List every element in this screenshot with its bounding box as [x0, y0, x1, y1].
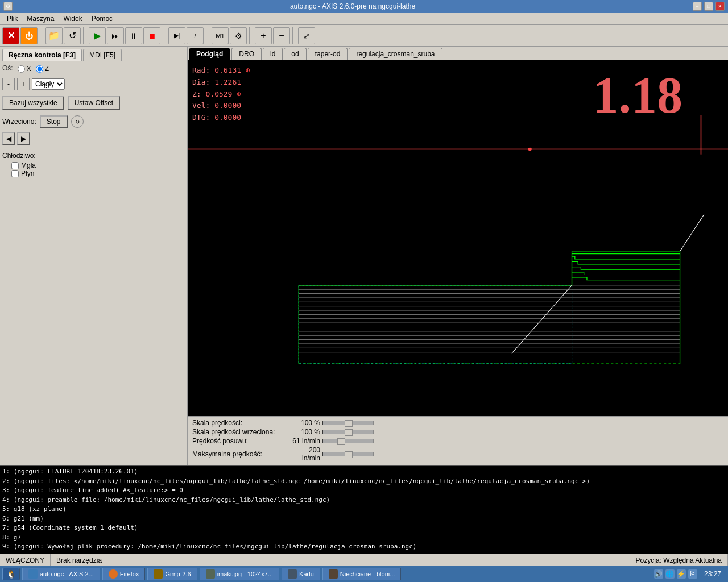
- maximize-button[interactable]: □: [704, 2, 713, 11]
- toolbar-separator-4: [206, 27, 209, 44]
- axis-x-radio[interactable]: [18, 65, 25, 73]
- jog-controls: - + Ciągły Krok: [2, 78, 185, 90]
- spindle-arrow-buttons: ◀ ▶: [2, 132, 185, 145]
- network-icon[interactable]: 🌐: [665, 569, 675, 579]
- power-button[interactable]: ⏻: [20, 27, 38, 44]
- fit-view-button[interactable]: ⤢: [298, 27, 315, 44]
- tab-mdi[interactable]: MDI [F5]: [83, 49, 122, 61]
- minimize-button[interactable]: −: [693, 2, 702, 11]
- menu-maszyna[interactable]: Maszyna: [22, 14, 59, 24]
- zoom-in-button[interactable]: +: [255, 27, 272, 44]
- speed-thumb[interactable]: [345, 420, 353, 427]
- max-speed-thumb[interactable]: [345, 451, 353, 458]
- window-icon[interactable]: ⚙: [3, 2, 13, 11]
- pause-button[interactable]: ⏸: [125, 27, 142, 44]
- taskbar-start-button[interactable]: 🐧: [2, 568, 20, 580]
- svg-line-21: [512, 285, 572, 354]
- menu-plik[interactable]: Plik: [2, 14, 22, 24]
- reload-button[interactable]: ↺: [64, 27, 81, 44]
- power-sys-icon[interactable]: ⚡: [677, 569, 686, 579]
- chlodziwo-mgla-option[interactable]: Mgła: [11, 161, 185, 169]
- taskbar-time: 23:27: [700, 570, 726, 578]
- notebook-tabs: Podgląd DRO id od taper-od regulacja_cro…: [188, 47, 728, 60]
- settings-button[interactable]: ⚙: [230, 27, 247, 44]
- menu-widok[interactable]: Widok: [59, 14, 86, 24]
- axis-label: Oś:: [2, 64, 13, 72]
- stop-toolbar-button[interactable]: ⏹: [143, 27, 160, 44]
- axis-z-option[interactable]: Z: [36, 65, 49, 73]
- taskbar-firefox-button[interactable]: Firefox: [102, 568, 146, 580]
- chlodziwo-plyn-option[interactable]: Płyn: [11, 169, 185, 177]
- console-line-5: 5: g18 (xz plane): [2, 505, 726, 514]
- taskbar-axis-button[interactable]: auto.ngc - AXIS 2...: [22, 568, 100, 580]
- console-output[interactable]: 1: (ngcgui: FEATURE 120418:23.26.01) 2: …: [0, 465, 728, 554]
- console-line-3: 3: (ngcgui: feature line added) #<_featu…: [2, 486, 726, 496]
- right-panel: Podgląd DRO id od taper-od regulacja_cro…: [188, 47, 728, 465]
- block-delete-button[interactable]: /: [187, 27, 204, 44]
- tab-reczna-kontrola[interactable]: Ręczna kontrola [F3]: [2, 49, 82, 61]
- taskbar-niechciane-button[interactable]: Niechciane - bloni...: [322, 568, 402, 580]
- cnc-canvas[interactable]: Rad: 0.6131 ⊕ Dia: 1.2261 Z: 0.0529 ⊕ Ve…: [188, 60, 728, 416]
- taskbar-kadu-button[interactable]: Kadu: [282, 568, 320, 580]
- system-tray: 🔊 🌐 ⚡ 🏳 23:27: [654, 569, 726, 579]
- optional-stop-button[interactable]: M1: [212, 27, 229, 44]
- spindle-speed-row: Skala prędkości wrzeciona: 100 %: [192, 428, 723, 436]
- step-button[interactable]: ⏭: [107, 27, 124, 44]
- zoom-out-button[interactable]: −: [273, 27, 290, 44]
- axis-x-option[interactable]: X: [18, 65, 31, 73]
- menubar: Plik Maszyna Widok Pomoc: [0, 13, 728, 25]
- nb-tab-dro[interactable]: DRO: [231, 48, 262, 60]
- menu-pomoc[interactable]: Pomoc: [87, 14, 117, 24]
- feed-thumb[interactable]: [337, 438, 345, 445]
- spindle-speed-slider[interactable]: [322, 430, 374, 434]
- console-line-4: 4: (ngcgui: preamble file: /home/miki/li…: [2, 496, 726, 505]
- spindle-stop-button[interactable]: Stop: [40, 115, 68, 128]
- jog-mode-select[interactable]: Ciągły Krok: [32, 78, 65, 90]
- toolbar-separator-5: [249, 27, 253, 44]
- console-line-7: 7: g54 (Coordinate system 1 default): [2, 523, 726, 533]
- toolbar-separator-2: [83, 27, 86, 44]
- feed-value: 61 in/min: [289, 437, 320, 445]
- ustaw-offset-button[interactable]: Ustaw Offset: [68, 96, 120, 110]
- cnc-path-svg: [188, 60, 728, 416]
- bazuj-wszystkie-button[interactable]: Bazuj wszystkie: [2, 96, 64, 110]
- max-speed-value: 200 in/min: [289, 446, 320, 462]
- speed-slider[interactable]: [322, 421, 374, 425]
- status-state: WŁĄCZONY: [0, 554, 51, 566]
- taskbar-image-button[interactable]: imaki.jpg - 1024x7...: [200, 568, 279, 580]
- feed-label: Prędkość posuwu:: [192, 437, 289, 445]
- feed-row: Prędkość posuwu: 61 in/min: [192, 437, 723, 445]
- open-button[interactable]: 📁: [46, 27, 63, 44]
- speed-row: Skala prędkości: 100 %: [192, 419, 723, 427]
- wrzeciono-label: Wrzeciono:: [2, 118, 36, 126]
- spindle-icon[interactable]: ↻: [71, 115, 84, 128]
- jog-plus-button[interactable]: +: [17, 78, 30, 90]
- nb-tab-podglad[interactable]: Podgląd: [189, 48, 230, 60]
- nb-tab-regulacja[interactable]: regulacja_crosman_sruba: [349, 48, 442, 60]
- feed-slider[interactable]: [322, 439, 374, 443]
- titlebar: ⚙ auto.ngc - AXIS 2.6.0-pre na ngcgui-la…: [0, 0, 728, 13]
- left-panel: Ręczna kontrola [F3] MDI [F5] Oś: X Z: [0, 47, 188, 465]
- max-speed-slider[interactable]: [322, 452, 374, 456]
- close-button[interactable]: ✕: [715, 2, 725, 11]
- jog-minus-button[interactable]: -: [2, 78, 15, 90]
- position-label: Pozycja: Względna Aktualna: [636, 556, 722, 564]
- taskbar-gimp-button[interactable]: Gimp-2.6: [147, 568, 197, 580]
- spindle-left-button[interactable]: ◀: [2, 132, 15, 145]
- mgla-checkbox[interactable]: [11, 162, 19, 169]
- chlodziwo-section: Chłodziwo: Mgła Płyn: [2, 152, 185, 177]
- estop-button[interactable]: ✕: [2, 27, 19, 44]
- speed-value: 100 %: [289, 419, 320, 427]
- nb-tab-od[interactable]: od: [284, 48, 306, 60]
- flag-icon[interactable]: 🏳: [688, 569, 697, 579]
- nb-tab-id[interactable]: id: [263, 48, 283, 60]
- axis-z-radio[interactable]: [36, 65, 43, 73]
- plyn-checkbox[interactable]: [11, 170, 19, 177]
- nb-tab-taper-od[interactable]: taper-od: [308, 48, 348, 60]
- from-line-button[interactable]: ▶|: [168, 27, 185, 44]
- run-button[interactable]: ▶: [89, 27, 106, 44]
- volume-icon[interactable]: 🔊: [654, 569, 663, 579]
- toolbar: ✕ ⏻ 📁 ↺ ▶ ⏭ ⏸ ⏹ ▶| / M1 ⚙ + − ⤢: [0, 25, 728, 47]
- spindle-speed-thumb[interactable]: [345, 429, 353, 436]
- spindle-right-button[interactable]: ▶: [17, 132, 30, 145]
